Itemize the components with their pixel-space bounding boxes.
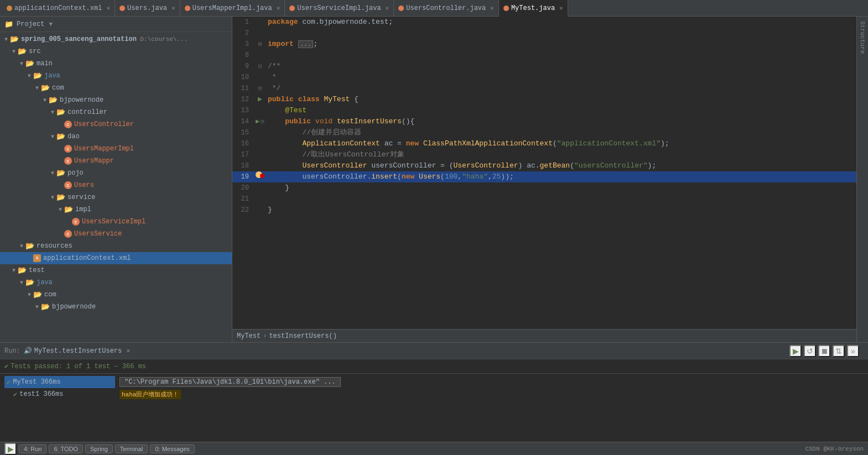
run-tab-btn[interactable]: 4: Run — [19, 444, 46, 453]
tree-view[interactable]: ▼ 📂 spring_005_sanceng_annotation D:\cou… — [0, 32, 232, 342]
folder-icon: 📂 — [33, 71, 42, 80]
status-bar: ▶ 4: Run 6: TODO Spring Terminal 0: Mess… — [0, 442, 868, 455]
tab-close-1[interactable]: ✕ — [171, 4, 175, 12]
structure-tab[interactable]: Structure — [856, 17, 868, 342]
tab-mytest[interactable]: MyTest.java ✕ — [499, 0, 568, 17]
java-class-icon: C — [64, 230, 72, 238]
tree-users[interactable]: C Users — [0, 179, 232, 191]
java-icon — [503, 6, 509, 11]
java-icon — [119, 6, 125, 11]
status-right: CSDN @KK-Greyson — [805, 446, 864, 452]
java-class-icon: C — [64, 181, 72, 189]
messages-tab-btn[interactable]: 0: Messages — [150, 444, 194, 453]
stop-button[interactable]: ⏹ — [818, 345, 830, 357]
code-line-13: 13 @Test — [232, 105, 856, 116]
todo-tab-btn[interactable]: 6: TODO — [49, 444, 83, 453]
tree-root[interactable]: ▼ 📂 spring_005_sanceng_annotation D:\cou… — [0, 33, 232, 45]
folder-icon: 📂 — [56, 169, 65, 177]
run-actions: ▶ ↺ ⏹ ⇅ » — [785, 345, 864, 357]
next-button[interactable]: » — [847, 345, 859, 357]
folder-icon: 📂 — [33, 290, 42, 299]
sort-button[interactable]: ⇅ — [833, 345, 845, 357]
tree-main[interactable]: ▼ 📂 main — [0, 57, 232, 70]
folder-icon: 📂 — [41, 302, 50, 311]
code-view[interactable]: 1 package com.bjpowernode.test; 2 3 ⊞ im… — [232, 17, 856, 329]
tree-test-java[interactable]: ▼ 📂 java — [0, 276, 232, 289]
tab-usersmapperimpl[interactable]: UsersMapperImpl.java ✕ — [180, 0, 285, 17]
tab-applicationcontext[interactable]: applicationContext.xml ✕ — [2, 0, 115, 17]
code-line-8: 8 — [232, 50, 856, 61]
error-dot — [260, 174, 264, 178]
project-icon: 📁 — [4, 20, 13, 29]
code-line-10: 10 * — [232, 72, 856, 83]
tree-usersmappr[interactable]: C UsersMappr — [0, 155, 232, 167]
tree-applicationcontext[interactable]: X applicationContext.xml — [0, 252, 232, 264]
tree-resources[interactable]: ▼ 📂 resources — [0, 240, 232, 252]
code-line-17: 17 //取出UsersController对象 — [232, 149, 856, 160]
tree-test[interactable]: ▼ 📂 test — [0, 264, 232, 276]
folder-icon: 📂 — [10, 35, 19, 44]
tests-passed: Tests passed: 1 of 1 test – 366 ms — [11, 363, 146, 370]
tab-userscontroller[interactable]: UsersController.java ✕ — [394, 0, 499, 17]
java-class-icon: C — [64, 157, 72, 165]
spring-tab-btn[interactable]: Spring — [85, 444, 113, 453]
folder-icon: 📂 — [64, 205, 73, 214]
fold-icon[interactable]: ⊟ — [258, 83, 262, 94]
tree-impl[interactable]: ▼ 📂 impl — [0, 203, 232, 216]
run-item-test1[interactable]: ✔ test1 366ms — [4, 388, 115, 400]
xml-icon: X — [33, 254, 41, 262]
folder-icon: 📂 — [18, 47, 27, 56]
code-line-18: 18 UsersController usersController = (Us… — [232, 160, 856, 171]
fold-icon[interactable]: ⊞ — [258, 39, 262, 50]
project-title: Project — [17, 20, 44, 28]
tree-usersmapperimpl[interactable]: C UsersMapperImpl — [0, 143, 232, 155]
run-name[interactable]: MyTest.testInsertUsers — [34, 347, 122, 355]
run-item-mytest[interactable]: ✔ MyTest 366ms — [4, 376, 115, 388]
bottom-panel: Run: 🔊 MyTest.testInsertUsers ✕ ▶ ↺ ⏹ ⇅ … — [0, 342, 868, 442]
folder-icon: 📂 — [49, 96, 58, 104]
terminal-tab-btn[interactable]: Terminal — [115, 444, 148, 453]
code-line-15: 15 //创建并启动容器 — [232, 127, 856, 138]
tree-controller[interactable]: ▼ 📂 controller — [0, 106, 232, 118]
sidebar: 📁 Project ▼ ▼ 📂 spring_005_sanceng_annot… — [0, 17, 232, 342]
tree-test-bjpowernode[interactable]: ▼ 📂 bjpowernode — [0, 301, 232, 313]
tab-close-5[interactable]: ✕ — [559, 4, 563, 12]
code-line-22: 22 } — [232, 205, 856, 216]
folder-icon: 📂 — [56, 193, 65, 202]
tree-service[interactable]: ▼ 📂 service — [0, 191, 232, 203]
run-button[interactable]: ▶ — [789, 345, 802, 357]
play-button[interactable]: ▶ — [4, 443, 17, 455]
tree-bjpowernode[interactable]: ▼ 📂 bjpowernode — [0, 94, 232, 106]
run-label: Run: — [4, 347, 20, 355]
java-icon — [398, 6, 404, 11]
tab-usersserviceimpl[interactable]: UsersServiceImpl.java ✕ — [285, 0, 394, 17]
tree-dao[interactable]: ▼ 📂 dao — [0, 130, 232, 143]
tab-users[interactable]: Users.java ✕ — [115, 0, 180, 17]
code-line-12: 12 ▶ public class MyTest { — [232, 94, 856, 105]
code-line-14: 14 ▶⊟ public void testInsertUsers(){ — [232, 116, 856, 127]
main-content: 📁 Project ▼ ▼ 📂 spring_005_sanceng_annot… — [0, 17, 868, 342]
tree-usersservice[interactable]: C UsersService — [0, 228, 232, 240]
java-icon — [289, 6, 295, 11]
folder-icon: 📂 — [25, 242, 34, 250]
rerun-button[interactable]: ↺ — [804, 345, 816, 357]
fold-icon[interactable]: ⊟ — [258, 61, 262, 72]
tree-userscontroller[interactable]: C UsersController — [0, 118, 232, 130]
tree-src[interactable]: ▼ 📂 src — [0, 45, 232, 57]
xml-icon — [7, 6, 12, 11]
tree-java[interactable]: ▼ 📂 java — [0, 70, 232, 82]
code-line-19: 19 usersController.insert(new Users(100,… — [232, 171, 856, 182]
tree-pojo[interactable]: ▼ 📂 pojo — [0, 167, 232, 179]
java-class-icon: C — [72, 218, 80, 226]
tab-close-3[interactable]: ✕ — [386, 4, 389, 12]
code-line-21: 21 — [232, 193, 856, 205]
tab-close-2[interactable]: ✕ — [277, 4, 280, 12]
bottom-content: ✔ MyTest 366ms ✔ test1 366ms "C:\Program… — [0, 374, 868, 442]
tree-test-com[interactable]: ▼ 📂 com — [0, 289, 232, 301]
tree-com[interactable]: ▼ 📂 com — [0, 82, 232, 94]
code-line-20: 20 } — [232, 182, 856, 193]
tab-close-0[interactable]: ✕ — [106, 4, 110, 12]
tree-usersserviceimpl[interactable]: C UsersServiceImpl — [0, 216, 232, 228]
tab-close-4[interactable]: ✕ — [490, 4, 494, 12]
code-line-2: 2 — [232, 28, 856, 39]
